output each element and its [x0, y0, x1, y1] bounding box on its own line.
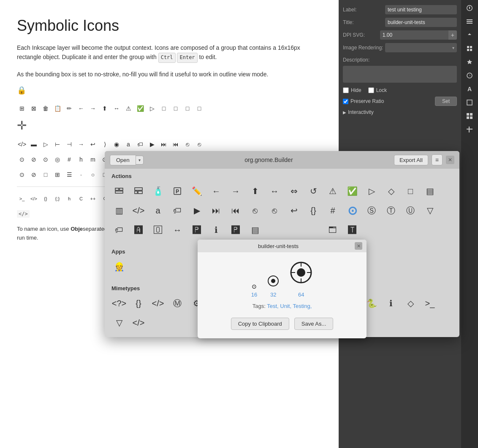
toolbar-btn-4[interactable] — [463, 42, 476, 55]
action-icon-u-circle[interactable]: Ⓤ — [401, 201, 420, 220]
title-row: Title: — [339, 16, 461, 29]
modal-menu-button[interactable]: ≡ — [432, 154, 443, 165]
action-icon-expand2[interactable]: ⇔ — [285, 182, 303, 200]
size-item-16: ⊙ 16 — [251, 283, 257, 298]
open-dropdown-btn[interactable]: ▾ — [136, 156, 144, 165]
action-icon-login[interactable]: ⎋ — [246, 201, 264, 220]
action-icon-refresh[interactable]: ↺ — [304, 182, 323, 200]
action-icon-selected[interactable]: ⊙ — [343, 201, 361, 220]
action-icon-1[interactable] — [110, 182, 128, 200]
action-icon-exit[interactable]: ⎋ — [265, 201, 284, 220]
action-icon-brace[interactable]: {} — [304, 201, 323, 220]
toolbar-btn-a[interactable]: A — [463, 83, 476, 95]
description-textarea[interactable] — [343, 66, 457, 83]
dpi-plus-btn[interactable]: + — [448, 30, 457, 40]
action-icon-p2[interactable]: 🅿 — [226, 221, 245, 239]
action-icon-side-panel[interactable]: ▤ — [246, 221, 264, 239]
action-icon-P-box[interactable]: 🅿 — [187, 221, 206, 239]
svg-rect-11 — [115, 191, 123, 193]
action-icon-hash[interactable]: # — [323, 201, 342, 220]
toolbar-btn-box[interactable] — [463, 96, 476, 109]
inner-popup-title: builder-unit-tests — [202, 243, 355, 249]
hide-checkbox[interactable] — [343, 87, 349, 93]
action-icon-git[interactable]: ◇ — [382, 182, 400, 200]
action-icon-layout3[interactable]: ▥ — [110, 201, 128, 220]
label-label: Label: — [343, 7, 385, 13]
image-rendering-select[interactable] — [385, 43, 457, 52]
open-button[interactable]: Open — [110, 155, 136, 165]
action-icon-bottle[interactable]: 🧴 — [149, 182, 167, 200]
action-icon-left[interactable]: ← — [207, 182, 225, 200]
tags-row: Tags: Test, Unit, Testing, — [253, 303, 312, 309]
dpi-label: DPI SVG: — [343, 32, 380, 38]
svg-rect-9 — [115, 188, 119, 190]
inner-popup-close-button[interactable]: ✕ — [355, 242, 362, 250]
title-input[interactable] — [385, 18, 457, 27]
action-icon-expand-horiz[interactable]: ↔ — [168, 221, 187, 239]
action-icon-empty3 — [304, 221, 323, 239]
image-rendering-select-wrapper: ▾ — [385, 43, 457, 52]
preserve-ratio-checkbox[interactable] — [343, 99, 348, 104]
app-icon-builder[interactable]: 👷 — [110, 257, 128, 276]
action-icon-right[interactable]: → — [226, 182, 245, 200]
action-icon-layout2[interactable]: ▤ — [421, 182, 439, 200]
toolbar-btn-1[interactable] — [463, 2, 476, 14]
svg-rect-12 — [135, 188, 142, 190]
action-icon-info[interactable]: ℹ — [207, 221, 225, 239]
dpi-input-group: + — [380, 30, 457, 40]
toolbar-btn-5[interactable] — [463, 56, 476, 68]
action-icon-undo[interactable]: ↩ — [285, 201, 303, 220]
action-icon-A-box[interactable]: 🅰 — [129, 221, 148, 239]
modal-close-button[interactable]: ✕ — [446, 156, 454, 164]
preserve-ratio-label[interactable]: Preserve Ratio — [343, 98, 384, 104]
toolbar-btn-plus[interactable] — [463, 123, 476, 136]
label-input[interactable] — [385, 5, 457, 14]
action-icon-2[interactable] — [129, 182, 148, 200]
action-icon-edit[interactable]: ✏️ — [187, 182, 206, 200]
toolbar-btn-grid[interactable] — [463, 110, 476, 122]
action-icon-warn[interactable]: ⚠ — [323, 182, 342, 200]
svg-rect-5 — [467, 113, 469, 116]
action-icon-0-box[interactable]: 🄾 — [149, 221, 167, 239]
toolbar-btn-3[interactable] — [463, 29, 476, 41]
description-para1: Each Inkscape layer will become the outp… — [17, 43, 322, 63]
hide-checkbox-label[interactable]: Hide — [343, 87, 361, 93]
set-button[interactable]: Set — [435, 97, 457, 106]
toolbar-btn-6[interactable] — [463, 69, 476, 82]
action-icon-down-v[interactable]: ▽ — [421, 201, 439, 220]
tag-test: Test, — [267, 303, 278, 309]
dpi-row: DPI SVG: + — [339, 29, 461, 41]
action-icon-horiz-expand[interactable]: ↔ — [265, 182, 284, 200]
action-icon-play2[interactable]: ▶ — [187, 201, 206, 220]
copy-to-clipboard-button[interactable]: Copy to Clipboard — [231, 318, 289, 330]
action-icon-check[interactable]: ✅ — [343, 182, 361, 200]
dpi-input[interactable] — [380, 30, 448, 40]
action-icon-code[interactable]: </> — [129, 201, 148, 220]
svg-rect-14 — [138, 191, 142, 194]
action-icon-vert-split[interactable]: ⬆ — [246, 182, 264, 200]
action-icon-t-circle[interactable]: Ⓣ — [382, 201, 400, 220]
action-icon-layout1[interactable]: □ — [401, 182, 420, 200]
size-label-64: 64 — [298, 291, 304, 298]
action-icon-next[interactable]: ⏭ — [207, 201, 225, 220]
action-icon-play[interactable]: ▷ — [362, 182, 381, 200]
action-icon-a[interactable]: a — [149, 201, 167, 220]
action-icon-window[interactable]: 🗔 — [323, 221, 342, 239]
lock-checkbox-label[interactable]: Lock — [368, 87, 387, 93]
action-icon-s-circle[interactable]: Ⓢ — [362, 201, 381, 220]
action-icon-p[interactable]: P — [168, 182, 187, 200]
action-icon-T-box[interactable]: 🆃 — [343, 221, 361, 239]
svg-rect-4 — [467, 100, 472, 105]
toolbar-btn-2[interactable] — [463, 15, 476, 28]
action-icon-label2[interactable]: 🏷 — [110, 221, 128, 239]
preserve-ratio-row: Preserve Ratio Set — [339, 95, 461, 108]
action-icon-tag[interactable]: 🏷 — [168, 201, 187, 220]
export-all-button[interactable]: Export All — [394, 155, 428, 165]
icon-row-cross: ✛ — [17, 119, 322, 134]
action-icon-empty2 — [285, 221, 303, 239]
save-as-button[interactable]: Save As... — [294, 318, 334, 330]
popup-buttons: Copy to Clipboard Save As... — [231, 318, 334, 330]
action-icon-end[interactable]: ⏮ — [226, 201, 245, 220]
lock-checkbox[interactable] — [368, 87, 374, 93]
svg-point-18 — [271, 279, 275, 283]
